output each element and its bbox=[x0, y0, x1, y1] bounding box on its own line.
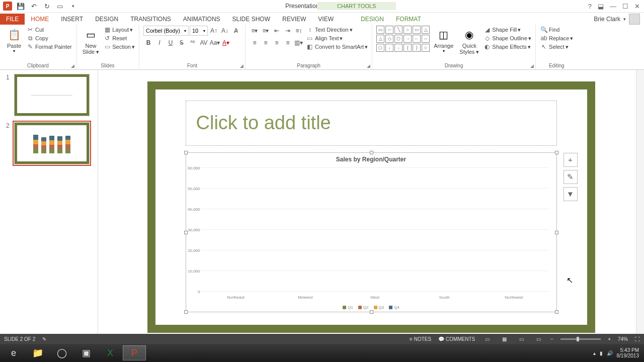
tab-chart-format[interactable]: FORMAT bbox=[390, 14, 427, 25]
italic-button[interactable]: I bbox=[154, 38, 165, 48]
qat-customize-icon[interactable]: ▾ bbox=[67, 1, 78, 12]
align-center-button[interactable]: ≡ bbox=[261, 38, 271, 48]
tab-review[interactable]: REVIEW bbox=[276, 14, 312, 25]
reading-view-button[interactable]: ▭ bbox=[516, 335, 526, 343]
chart-elements-button[interactable]: + bbox=[564, 153, 578, 167]
slide-indicator[interactable]: SLIDE 2 OF 2 bbox=[4, 336, 35, 342]
chart-legend[interactable]: Q1Q2Q3Q4 bbox=[186, 305, 556, 310]
numbering-button[interactable]: ≡▾ bbox=[261, 26, 271, 36]
start-slideshow-icon[interactable]: ▭ bbox=[54, 1, 65, 12]
thumb-1[interactable]: 1 bbox=[6, 74, 92, 116]
replace-button[interactable]: abReplace ▾ bbox=[540, 34, 573, 42]
tab-animations[interactable]: ANIMATIONS bbox=[177, 14, 226, 25]
chart-title[interactable]: Sales by Region/Quarter bbox=[186, 153, 556, 166]
slide-thumbnails-pane[interactable]: 1 2 bbox=[0, 70, 98, 344]
convert-smartart-button[interactable]: ◧Convert to SmartArt ▾ bbox=[306, 43, 368, 51]
zoom-out-button[interactable]: − bbox=[550, 336, 553, 342]
tab-home[interactable]: HOME bbox=[25, 14, 55, 25]
chrome-taskbar-icon[interactable]: ◯ bbox=[50, 345, 73, 360]
normal-view-button[interactable]: ▭ bbox=[482, 335, 492, 343]
help-icon[interactable]: ? bbox=[588, 3, 592, 10]
minimize-icon[interactable]: — bbox=[610, 3, 616, 10]
copy-button[interactable]: ⧉Copy bbox=[26, 34, 72, 42]
paste-button[interactable]: 📋 Paste ▾ bbox=[4, 26, 24, 55]
notes-button[interactable]: ≡ NOTES bbox=[410, 336, 431, 342]
tab-design[interactable]: DESIGN bbox=[89, 14, 124, 25]
redo-icon[interactable]: ↻ bbox=[41, 1, 52, 12]
zoom-in-button[interactable]: + bbox=[608, 336, 611, 342]
font-dialog-launcher[interactable]: ◢ bbox=[240, 63, 244, 68]
cut-button[interactable]: ✂Cut bbox=[26, 26, 72, 34]
new-slide-button[interactable]: ▭ NewSlide ▾ bbox=[80, 26, 102, 57]
strikethrough-button[interactable]: S̶ bbox=[177, 38, 187, 48]
excel-taskbar-icon[interactable]: X bbox=[99, 345, 122, 360]
text-shadow-button[interactable]: ᴬᵇ bbox=[188, 38, 198, 48]
layout-button[interactable]: ▦Layout ▾ bbox=[103, 26, 135, 34]
section-button[interactable]: ▭Section ▾ bbox=[103, 43, 135, 51]
increase-font-icon[interactable]: A↑ bbox=[209, 26, 219, 36]
thumb-2[interactable]: 2 bbox=[6, 122, 92, 164]
select-button[interactable]: ↖Select ▾ bbox=[540, 43, 573, 51]
account-user[interactable]: Brie Clark▾ bbox=[594, 14, 640, 25]
shapes-gallery[interactable]: ▭─╲○▭△ △◇⬠→←↔ ⬡₍₎{}☆ bbox=[376, 26, 430, 52]
align-text-button[interactable]: ▭Align Text ▾ bbox=[306, 34, 368, 42]
justify-button[interactable]: ≡ bbox=[283, 38, 293, 48]
slideshow-view-button[interactable]: ▭ bbox=[533, 335, 543, 343]
shape-fill-button[interactable]: ◢Shape Fill ▾ bbox=[483, 26, 531, 34]
tray-network-icon[interactable]: ▮ bbox=[600, 350, 603, 356]
paragraph-dialog-launcher[interactable]: ◢ bbox=[367, 63, 370, 68]
reset-button[interactable]: ↺Reset bbox=[103, 34, 135, 42]
columns-button[interactable]: ▥▾ bbox=[294, 38, 304, 48]
vertical-scrollbar[interactable] bbox=[636, 70, 644, 344]
ribbon-collapse-icon[interactable]: ⬓ bbox=[598, 3, 604, 10]
bold-button[interactable]: B bbox=[143, 38, 153, 48]
underline-button[interactable]: U bbox=[166, 38, 176, 48]
shape-effects-button[interactable]: ◐Shape Effects ▾ bbox=[483, 43, 531, 51]
arrange-button[interactable]: ◫Arrange▾ bbox=[432, 26, 455, 55]
save-icon[interactable]: 💾 bbox=[15, 1, 26, 12]
increase-indent-button[interactable]: ⇥ bbox=[283, 26, 293, 36]
tray-volume-icon[interactable]: 🔊 bbox=[607, 350, 613, 356]
chart-styles-button[interactable]: ✎ bbox=[564, 170, 578, 184]
chart-plot-area[interactable]: 010,00020,00030,00040,00050,00060,000 No… bbox=[201, 168, 549, 292]
line-spacing-button[interactable]: ≡↕ bbox=[294, 26, 304, 36]
shape-outline-button[interactable]: ◇Shape Outline ▾ bbox=[483, 34, 531, 42]
tray-up-icon[interactable]: ▴ bbox=[593, 350, 596, 356]
tab-view[interactable]: VIEW bbox=[312, 14, 340, 25]
tab-slideshow[interactable]: SLIDE SHOW bbox=[226, 14, 276, 25]
change-case-button[interactable]: Aa▾ bbox=[210, 38, 220, 48]
fit-to-window-button[interactable]: ⛶ bbox=[635, 336, 640, 342]
sorter-view-button[interactable]: ▦ bbox=[499, 335, 509, 343]
tray-clock[interactable]: 5:43 PM 8/19/2013 bbox=[617, 347, 639, 358]
clear-formatting-icon[interactable]: A̷ bbox=[231, 26, 241, 36]
find-button[interactable]: 🔍Find bbox=[540, 26, 573, 34]
close-icon[interactable]: ✕ bbox=[634, 3, 640, 10]
align-left-button[interactable]: ≡ bbox=[250, 38, 260, 48]
slide-edit-area[interactable]: Click to add title Sales by Region/Quart… bbox=[98, 70, 644, 344]
zoom-level[interactable]: 74% bbox=[618, 336, 628, 342]
drawing-dialog-launcher[interactable]: ◢ bbox=[530, 63, 534, 68]
format-painter-button[interactable]: ✎Format Painter bbox=[26, 43, 72, 51]
tab-file[interactable]: FILE bbox=[0, 14, 25, 25]
explorer-taskbar-icon[interactable]: 📁 bbox=[26, 345, 49, 360]
title-placeholder[interactable]: Click to add title bbox=[186, 101, 557, 146]
chart-object[interactable]: Sales by Region/Quarter 010,00020,00030,… bbox=[186, 152, 557, 312]
powerpoint-taskbar-icon[interactable]: P bbox=[123, 345, 146, 360]
tab-transitions[interactable]: TRANSITIONS bbox=[124, 14, 177, 25]
decrease-indent-button[interactable]: ⇤ bbox=[272, 26, 282, 36]
tab-insert[interactable]: INSERT bbox=[55, 14, 89, 25]
spellcheck-icon[interactable]: ✎ bbox=[42, 336, 46, 342]
font-size-combo[interactable]: 10▾ bbox=[190, 26, 208, 36]
tab-chart-design[interactable]: DESIGN bbox=[355, 14, 390, 25]
font-color-button[interactable]: A▾ bbox=[221, 38, 231, 48]
char-spacing-button[interactable]: AV bbox=[199, 38, 209, 48]
font-name-combo[interactable]: Corbel (Body)▾ bbox=[143, 26, 189, 36]
align-right-button[interactable]: ≡ bbox=[272, 38, 282, 48]
comments-button[interactable]: 💬 COMMENTS bbox=[438, 336, 475, 342]
quick-styles-button[interactable]: ◉QuickStyles ▾ bbox=[457, 26, 481, 57]
maximize-icon[interactable]: ☐ bbox=[622, 3, 628, 10]
zoom-slider[interactable] bbox=[560, 338, 601, 340]
ie-taskbar-icon[interactable]: e bbox=[2, 345, 25, 360]
decrease-font-icon[interactable]: A↓ bbox=[220, 26, 230, 36]
undo-icon[interactable]: ↶ bbox=[28, 1, 39, 12]
